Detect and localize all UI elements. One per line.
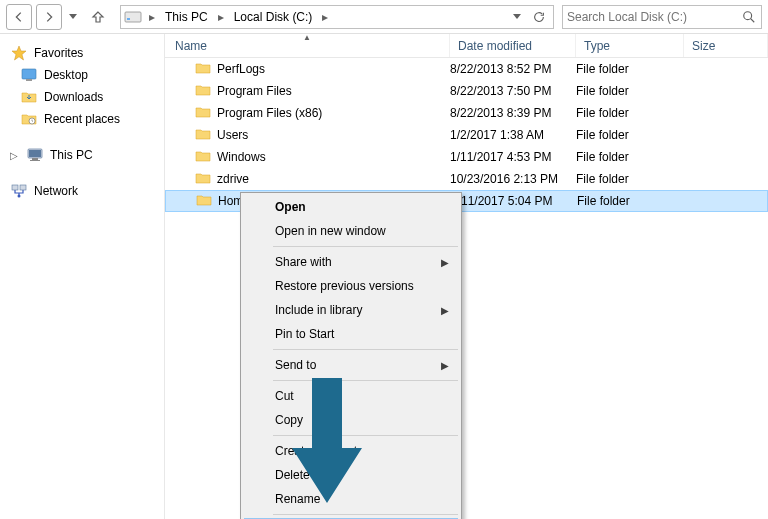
sidebar-item-recent-places[interactable]: Recent places	[0, 108, 164, 130]
file-date: 8/22/2013 8:52 PM	[450, 62, 576, 76]
chevron-down-icon[interactable]	[507, 7, 527, 27]
recent-places-icon	[20, 111, 38, 127]
menu-item-include-in-library[interactable]: Include in library▶	[243, 298, 459, 322]
file-list: PerfLogs8/22/2013 8:52 PMFile folderProg…	[165, 58, 768, 212]
svg-line-3	[751, 18, 755, 22]
file-date: 8/22/2013 8:39 PM	[450, 106, 576, 120]
sidebar-item-label: Favorites	[34, 46, 83, 60]
menu-item-create-shortcut[interactable]: Create shortcut	[243, 439, 459, 463]
menu-item-rename[interactable]: Rename	[243, 487, 459, 511]
menu-item-copy[interactable]: Copy	[243, 408, 459, 432]
sidebar-item-label: Desktop	[44, 68, 88, 82]
file-name: Users	[217, 128, 248, 142]
folder-icon	[196, 193, 212, 210]
file-date: 1/11/2017 4:53 PM	[450, 150, 576, 164]
menu-separator	[273, 380, 458, 381]
file-name: Program Files	[217, 84, 292, 98]
menu-item-open-in-new-window[interactable]: Open in new window	[243, 219, 459, 243]
sidebar-item-downloads[interactable]: Downloads	[0, 86, 164, 108]
folder-icon	[195, 83, 211, 100]
menu-item-restore-previous-versions[interactable]: Restore previous versions	[243, 274, 459, 298]
svg-rect-10	[30, 160, 40, 161]
chevron-right-icon[interactable]: ▸	[145, 10, 159, 24]
column-type[interactable]: Type	[576, 34, 684, 57]
submenu-arrow-icon: ▶	[441, 305, 449, 316]
menu-separator	[273, 514, 458, 515]
file-type: File folder	[576, 84, 684, 98]
column-size[interactable]: Size	[684, 34, 768, 57]
column-name[interactable]: ▲ Name	[165, 34, 450, 57]
submenu-arrow-icon: ▶	[441, 360, 449, 371]
menu-item-send-to[interactable]: Send to▶	[243, 353, 459, 377]
sidebar-favorites[interactable]: Favorites	[0, 42, 164, 64]
menu-item-pin-to-start[interactable]: Pin to Start	[243, 322, 459, 346]
svg-rect-9	[32, 158, 38, 160]
sidebar-network[interactable]: Network	[0, 180, 164, 202]
search-icon[interactable]	[741, 9, 757, 25]
file-name: Program Files (x86)	[217, 106, 322, 120]
refresh-icon[interactable]	[529, 7, 549, 27]
svg-rect-5	[26, 79, 32, 81]
network-icon	[10, 183, 28, 199]
desktop-icon	[20, 67, 38, 83]
breadcrumb[interactable]: ▸ This PC ▸ Local Disk (C:) ▸	[120, 5, 554, 29]
submenu-arrow-icon: ▶	[441, 257, 449, 268]
recent-locations-dropdown[interactable]	[66, 4, 80, 30]
downloads-icon	[20, 89, 38, 105]
folder-icon	[195, 61, 211, 78]
menu-item-open[interactable]: Open	[243, 195, 459, 219]
svg-rect-0	[125, 12, 141, 22]
column-date[interactable]: Date modified	[450, 34, 576, 57]
sidebar-item-label: Network	[34, 184, 78, 198]
sidebar-this-pc[interactable]: ▷ This PC	[0, 144, 164, 166]
file-row[interactable]: PerfLogs8/22/2013 8:52 PMFile folder	[165, 58, 768, 80]
file-row[interactable]: Program Files8/22/2013 7:50 PMFile folde…	[165, 80, 768, 102]
sidebar-item-label: This PC	[50, 148, 93, 162]
file-name: zdrive	[217, 172, 249, 186]
file-row[interactable]: zdrive10/23/2016 2:13 PMFile folder	[165, 168, 768, 190]
svg-rect-4	[22, 69, 36, 79]
drive-icon	[123, 8, 143, 26]
menu-separator	[273, 349, 458, 350]
toolbar: ▸ This PC ▸ Local Disk (C:) ▸	[0, 0, 768, 34]
file-row[interactable]: Users1/2/2017 1:38 AMFile folder	[165, 124, 768, 146]
svg-rect-1	[127, 18, 130, 20]
file-date: 1/2/2017 1:38 AM	[450, 128, 576, 142]
menu-item-share-with[interactable]: Share with▶	[243, 250, 459, 274]
sidebar-item-desktop[interactable]: Desktop	[0, 64, 164, 86]
caret-icon: ▷	[10, 150, 20, 161]
svg-point-2	[744, 11, 752, 19]
folder-icon	[195, 127, 211, 144]
sidebar-item-label: Downloads	[44, 90, 103, 104]
svg-rect-11	[12, 185, 18, 190]
forward-button[interactable]	[36, 4, 62, 30]
file-row[interactable]: Program Files (x86)8/22/2013 8:39 PMFile…	[165, 102, 768, 124]
back-button[interactable]	[6, 4, 32, 30]
folder-icon	[195, 149, 211, 166]
sidebar-item-label: Recent places	[44, 112, 120, 126]
file-date: 10/23/2016 2:13 PM	[450, 172, 576, 186]
context-menu: OpenOpen in new windowShare with▶Restore…	[240, 192, 462, 519]
menu-item-delete[interactable]: Delete	[243, 463, 459, 487]
search-box[interactable]	[562, 5, 762, 29]
file-date: 1/11/2017 5:04 PM	[451, 194, 577, 208]
file-name: PerfLogs	[217, 62, 265, 76]
file-type: File folder	[576, 62, 684, 76]
pc-icon	[26, 147, 44, 163]
folder-icon	[195, 171, 211, 188]
file-type: File folder	[576, 128, 684, 142]
menu-item-cut[interactable]: Cut	[243, 384, 459, 408]
file-name: Windows	[217, 150, 266, 164]
breadcrumb-this-pc[interactable]: This PC	[159, 6, 214, 28]
up-button[interactable]	[86, 5, 110, 29]
search-input[interactable]	[567, 10, 741, 24]
breadcrumb-local-disk[interactable]: Local Disk (C:)	[228, 6, 319, 28]
file-row[interactable]: Windows1/11/2017 4:53 PMFile folder	[165, 146, 768, 168]
chevron-right-icon[interactable]: ▸	[318, 10, 332, 24]
column-headers: ▲ Name Date modified Type Size	[165, 34, 768, 58]
chevron-right-icon[interactable]: ▸	[214, 10, 228, 24]
svg-rect-12	[20, 185, 26, 190]
svg-rect-8	[29, 150, 41, 157]
star-icon	[10, 45, 28, 61]
file-type: File folder	[576, 172, 684, 186]
